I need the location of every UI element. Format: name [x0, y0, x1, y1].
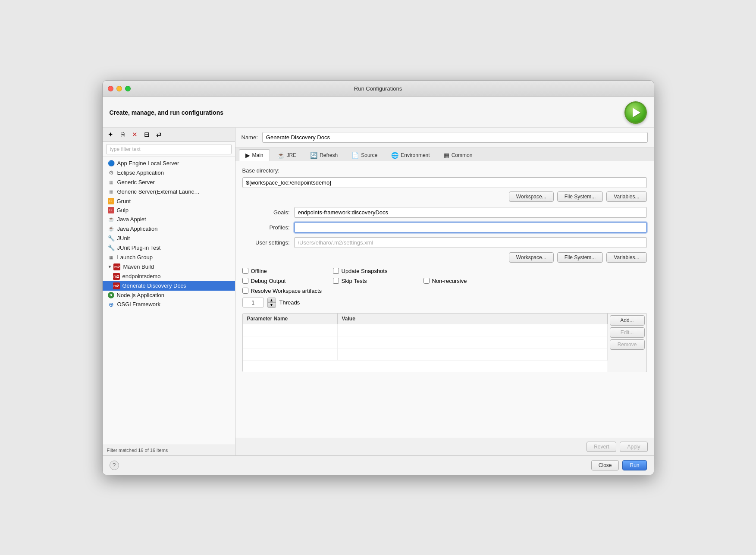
sidebar-item-eclipse-app[interactable]: ⚙ Eclipse Application — [103, 168, 235, 178]
sidebar-item-label: Java Applet — [117, 216, 146, 223]
sidebar-item-launch-group[interactable]: ▦ Launch Group — [103, 253, 235, 262]
params-buttons: Add... Edit... Remove — [608, 313, 647, 372]
debug-output-checkbox[interactable] — [242, 278, 248, 284]
eclipse-icon: ⚙ — [108, 169, 115, 176]
tab-common-label: Common — [452, 152, 473, 158]
params-row-2 — [243, 336, 608, 348]
add-param-button[interactable]: Add... — [610, 315, 645, 326]
threads-row: ▲ ▼ Threads — [242, 298, 647, 308]
filter-button[interactable]: ⇄ — [154, 130, 164, 139]
base-directory-input[interactable] — [242, 177, 647, 188]
sidebar-item-label: Java Application — [117, 226, 158, 232]
app-engine-icon: 🔵 — [108, 160, 115, 167]
main-content: ✦ ⎘ ✕ ⊟ ⇄ 🔵 App Engine Local Server ⚙ Ec… — [103, 128, 654, 455]
sidebar-item-gulp[interactable]: G Gulp — [103, 206, 235, 215]
new-config-button[interactable]: ✦ — [106, 130, 116, 139]
sidebar-item-osgi[interactable]: ⊕ OSGi Framework — [103, 300, 235, 309]
remove-param-button[interactable]: Remove — [610, 339, 645, 350]
threads-down[interactable]: ▼ — [268, 303, 276, 307]
resolve-workspace-checkbox[interactable] — [242, 288, 248, 294]
tabs-bar: ▶ Main ☕ JRE 🔄 Refresh 📄 Source 🌐 E — [235, 147, 654, 161]
sidebar-item-label: Grunt — [117, 198, 131, 204]
sidebar-filter-container — [103, 142, 235, 157]
param-value-cell-1 — [338, 324, 608, 336]
sidebar-item-java-applet[interactable]: ☕ Java Applet — [103, 215, 235, 224]
sidebar-item-generic-server[interactable]: ▦ Generic Server — [103, 178, 235, 187]
run-quick-button[interactable] — [624, 101, 647, 124]
sidebar-item-maven-build[interactable]: ▼ m2 Maven Build — [103, 262, 235, 272]
right-panel: Name: ▶ Main ☕ JRE 🔄 Refresh 📄 — [235, 128, 654, 455]
tab-common[interactable]: ▦ Common — [437, 149, 479, 161]
revert-button[interactable]: Revert — [587, 442, 616, 452]
sidebar-item-grunt[interactable]: G Grunt — [103, 197, 235, 206]
source-tab-icon: 📄 — [351, 152, 359, 159]
collapse-all-button[interactable]: ⊟ — [142, 130, 152, 139]
endpointsdemo-icon: m2 — [113, 273, 120, 280]
refresh-tab-icon: 🔄 — [310, 152, 317, 159]
filter-input[interactable] — [106, 144, 232, 154]
java-applet-icon: ☕ — [108, 216, 115, 223]
close-button[interactable]: Close — [591, 460, 619, 470]
workspace-button-1[interactable]: Workspace... — [509, 191, 554, 202]
offline-checkbox[interactable] — [242, 268, 248, 274]
sidebar-item-generate-discovery[interactable]: m2 Generate Discovery Docs — [103, 281, 235, 291]
apply-button[interactable]: Apply — [620, 442, 647, 452]
tab-jre[interactable]: ☕ JRE — [271, 149, 303, 161]
threads-up[interactable]: ▲ — [268, 298, 276, 303]
skip-tests-checkbox[interactable] — [333, 278, 339, 284]
filesystem-button-1[interactable]: File System... — [557, 191, 603, 202]
user-settings-label: User settings: — [242, 239, 290, 246]
non-recursive-checkbox[interactable] — [423, 278, 430, 284]
goals-input[interactable] — [294, 207, 647, 218]
generic-server-icon: ▦ — [108, 179, 115, 186]
checkboxes-section: Offline Update Snapshots Debug Output — [242, 268, 647, 294]
sidebar-toolbar: ✦ ⎘ ✕ ⊟ ⇄ — [103, 128, 235, 142]
sidebar-item-label: Node.js Application — [117, 292, 165, 298]
maximize-window-btn[interactable] — [125, 86, 131, 91]
run-icon — [633, 108, 640, 117]
sidebar-item-app-engine[interactable]: 🔵 App Engine Local Server — [103, 159, 235, 168]
sidebar-item-generic-server-ext[interactable]: ▦ Generic Server(External Launc… — [103, 187, 235, 197]
workspace-button-2[interactable]: Workspace... — [509, 252, 554, 263]
threads-input[interactable] — [242, 298, 264, 307]
sidebar-status: Filter matched 16 of 16 items — [103, 445, 235, 455]
sidebar-item-nodejs[interactable]: n Node.js Application — [103, 291, 235, 300]
run-button[interactable]: Run — [622, 460, 646, 470]
generic-server-ext-icon: ▦ — [108, 188, 115, 195]
tab-refresh-label: Refresh — [320, 152, 338, 158]
minimize-window-btn[interactable] — [116, 86, 122, 91]
help-button[interactable]: ? — [110, 461, 119, 470]
variables-button-1[interactable]: Variables... — [606, 191, 646, 202]
expand-icon: ▼ — [108, 264, 112, 269]
threads-spinner[interactable]: ▲ ▼ — [267, 298, 276, 308]
update-snapshots-checkbox[interactable] — [333, 268, 339, 274]
close-window-btn[interactable] — [108, 86, 113, 91]
tab-main[interactable]: ▶ Main — [239, 149, 270, 161]
param-name-header: Parameter Name — [243, 314, 338, 324]
filesystem-button-2[interactable]: File System... — [557, 252, 603, 263]
copy-config-button[interactable]: ⎘ — [118, 130, 128, 139]
user-settings-input[interactable] — [294, 237, 647, 248]
sidebar-item-label: OSGi Framework — [117, 301, 160, 307]
profiles-input[interactable] — [294, 222, 647, 233]
header-bar: Create, manage, and run configurations — [103, 97, 654, 128]
tab-source[interactable]: 📄 Source — [345, 149, 384, 161]
sidebar-item-junit[interactable]: 🔧 JUnit — [103, 234, 235, 243]
sidebar-item-junit-plugin[interactable]: 🔧 JUnit Plug-in Test — [103, 243, 235, 253]
param-name-cell-3 — [243, 348, 338, 360]
variables-button-2[interactable]: Variables... — [606, 252, 646, 263]
delete-config-button[interactable]: ✕ — [130, 130, 140, 139]
edit-param-button[interactable]: Edit... — [610, 327, 645, 338]
name-input[interactable] — [262, 132, 648, 143]
params-header: Parameter Name Value — [243, 314, 608, 324]
sidebar: ✦ ⎘ ✕ ⊟ ⇄ 🔵 App Engine Local Server ⚙ Ec… — [103, 128, 235, 455]
params-table-wrap: Parameter Name Value — [242, 313, 608, 372]
sidebar-item-java-application[interactable]: ☕ Java Application — [103, 224, 235, 234]
titlebar: Run Configurations — [103, 81, 654, 97]
name-row: Name: — [235, 128, 654, 147]
tab-environment[interactable]: 🌐 Environment — [385, 149, 436, 161]
threads-label: Threads — [279, 299, 300, 306]
tab-refresh[interactable]: 🔄 Refresh — [304, 149, 344, 161]
sidebar-item-endpointsdemo[interactable]: m2 endpointsdemo — [103, 272, 235, 281]
param-value-cell-3 — [338, 348, 608, 360]
